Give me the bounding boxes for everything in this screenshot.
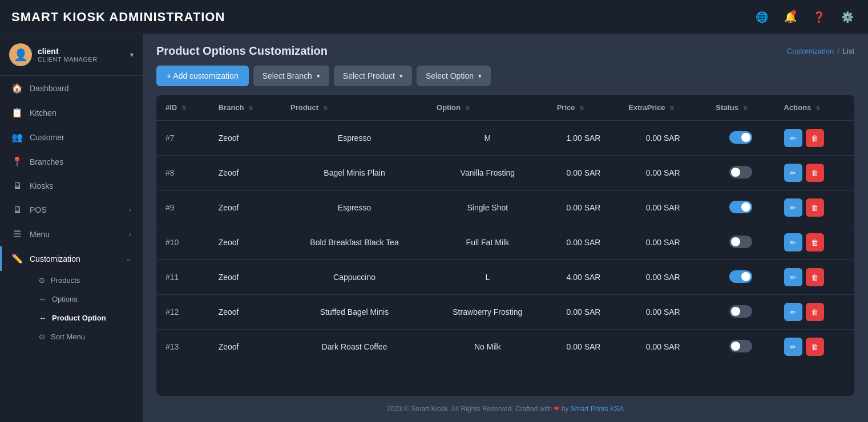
sidebar-item-sort-menu[interactable]: ⊙ Sort Menu [30, 327, 143, 346]
cell-product: Stuffed Bagel Minis [281, 295, 427, 330]
cell-branch: Zeoof [209, 190, 281, 225]
cell-product: Bold Breakfast Black Tea [281, 225, 427, 260]
sidebar-item-customer[interactable]: 👥 Customer [0, 125, 143, 149]
edit-button[interactable]: ✏ [784, 129, 802, 147]
cell-actions: ✏ 🗑 [775, 330, 854, 364]
sidebar-item-branches[interactable]: 📍 Branches [0, 149, 143, 174]
delete-button[interactable]: 🗑 [806, 129, 824, 147]
breadcrumb-parent[interactable]: Customization [787, 47, 834, 55]
sidebar-item-customization[interactable]: ✏️ Customization ⌄ [0, 246, 143, 271]
app-title: SMART KIOSK ADMINISTRATION [11, 10, 225, 25]
sort-branch-icon[interactable]: ⇅ [248, 105, 253, 111]
sidebar-label-products: Products [51, 276, 80, 285]
status-toggle[interactable] [729, 201, 752, 213]
delete-button[interactable]: 🗑 [806, 303, 824, 321]
bell-icon[interactable]: 🔔 [781, 8, 800, 26]
sidebar-item-dashboard[interactable]: 🏠 Dashboard [0, 76, 143, 100]
sidebar-item-kitchen[interactable]: 📋 Kitchen [0, 100, 143, 125]
select-option-dropdown[interactable]: Select Option ▾ [417, 66, 491, 86]
col-product: Product ⇅ [281, 95, 427, 120]
table-container: #ID ⇅ Branch ⇅ Product ⇅ Option ⇅ Price … [156, 95, 854, 396]
add-customization-button[interactable]: + Add customization [156, 66, 249, 86]
cell-price: 0.00 SAR [548, 190, 620, 225]
footer-brand-link[interactable]: Smart Prints KSA [571, 405, 624, 413]
help-icon[interactable]: ❓ [810, 8, 828, 26]
cell-option: L [427, 260, 548, 295]
delete-button[interactable]: 🗑 [806, 233, 824, 251]
edit-button[interactable]: ✏ [784, 164, 802, 182]
cell-extraprice: 0.00 SAR [619, 260, 706, 295]
delete-button[interactable]: 🗑 [806, 268, 824, 286]
table-row: #7 Zeoof Espresso M 1.00 SAR 0.00 SAR ✏ … [156, 120, 854, 156]
status-toggle[interactable] [729, 236, 752, 248]
cell-product: Dark Roast Coffee [281, 330, 427, 364]
table-row: #13 Zeoof Dark Roast Coffee No Milk 0.00… [156, 330, 854, 364]
action-buttons: ✏ 🗑 [784, 129, 845, 147]
sort-actions-icon[interactable]: ⇅ [815, 105, 820, 111]
user-role: CLIENT MANAGER [38, 56, 124, 63]
table-row: #10 Zeoof Bold Breakfast Black Tea Full … [156, 225, 854, 260]
header-icons: 🌐 🔔 ❓ ⚙️ [753, 8, 857, 26]
sidebar-item-kiosks[interactable]: 🖥 Kiosks [0, 174, 143, 198]
action-buttons: ✏ 🗑 [784, 268, 845, 286]
gear-icon[interactable]: ⚙️ [838, 8, 857, 26]
delete-button[interactable]: 🗑 [806, 338, 824, 356]
user-chevron-icon: ▾ [130, 51, 134, 59]
branch-chevron-icon: ▾ [317, 72, 320, 80]
cell-product: Cappuccino [281, 260, 427, 295]
customer-icon: 👥 [11, 132, 23, 143]
cell-branch: Zeoof [209, 330, 281, 364]
edit-button[interactable]: ✏ [784, 338, 802, 356]
sort-product-icon[interactable]: ⇅ [323, 105, 328, 111]
col-status: Status ⇅ [706, 95, 774, 120]
edit-button[interactable]: ✏ [784, 268, 802, 286]
user-name: client [38, 47, 124, 56]
sort-price-icon[interactable]: ⇅ [579, 105, 584, 111]
status-toggle[interactable] [729, 166, 752, 178]
select-product-dropdown[interactable]: Select Product ▾ [334, 66, 412, 86]
cell-price: 0.00 SAR [548, 295, 620, 330]
page-title: Product Options Customization [156, 44, 328, 58]
cell-option: Single Shot [427, 190, 548, 225]
sidebar-label-kiosks: Kiosks [30, 181, 131, 190]
sort-status-icon[interactable]: ⇅ [743, 105, 748, 111]
main-layout: 👤 client CLIENT MANAGER ▾ 🏠 Dashboard 📋 … [0, 34, 868, 422]
cell-branch: Zeoof [209, 260, 281, 295]
sort-option-icon[interactable]: ⇅ [465, 105, 470, 111]
sort-extraprice-icon[interactable]: ⇅ [669, 105, 674, 111]
sidebar-item-products[interactable]: ⊙ Products [30, 271, 143, 290]
status-toggle[interactable] [729, 340, 752, 352]
col-option: Option ⇅ [427, 95, 548, 120]
user-section[interactable]: 👤 client CLIENT MANAGER ▾ [0, 34, 143, 76]
status-toggle[interactable] [729, 305, 752, 318]
edit-button[interactable]: ✏ [784, 303, 802, 321]
edit-button[interactable]: ✏ [784, 198, 802, 217]
col-actions: Actions ⇅ [775, 95, 854, 120]
cell-price: 0.00 SAR [548, 156, 620, 190]
sidebar-item-pos[interactable]: 🖥 POS › [0, 198, 143, 222]
cell-option: No Milk [427, 330, 548, 364]
delete-button[interactable]: 🗑 [806, 198, 824, 217]
table-row: #8 Zeoof Bagel Minis Plain Vanilla Frost… [156, 156, 854, 190]
customization-arrow-icon: ⌄ [126, 255, 131, 263]
avatar: 👤 [9, 43, 32, 66]
status-toggle[interactable] [729, 270, 752, 283]
action-buttons: ✏ 🗑 [784, 233, 845, 251]
sidebar-item-product-option[interactable]: ↔ Product Option [30, 309, 143, 327]
sort-id-icon[interactable]: ⇅ [181, 105, 186, 111]
globe-icon[interactable]: 🌐 [753, 8, 771, 26]
delete-button[interactable]: 🗑 [806, 164, 824, 182]
cell-option: Full Fat Milk [427, 225, 548, 260]
cell-id: #7 [156, 120, 209, 156]
sidebar-item-options[interactable]: ↔ Options [30, 290, 143, 309]
sidebar-item-menu[interactable]: ☰ Menu › [0, 222, 143, 246]
status-toggle[interactable] [729, 131, 752, 144]
action-buttons: ✏ 🗑 [784, 303, 845, 321]
col-branch: Branch ⇅ [209, 95, 281, 120]
edit-button[interactable]: ✏ [784, 233, 802, 251]
select-branch-dropdown[interactable]: Select Branch ▾ [253, 66, 329, 86]
sort-menu-sub-icon: ⊙ [39, 332, 45, 341]
cell-branch: Zeoof [209, 225, 281, 260]
col-id: #ID ⇅ [156, 95, 209, 120]
cell-actions: ✏ 🗑 [775, 120, 854, 156]
